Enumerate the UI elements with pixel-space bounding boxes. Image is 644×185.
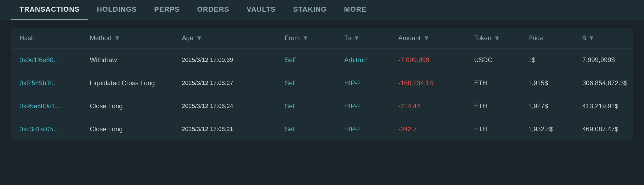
cell-to[interactable]: HIP-2 [344, 125, 398, 133]
cell-amount: -160,234.18 [398, 79, 474, 87]
tab-perps[interactable]: PERPS [146, 0, 189, 20]
age-filter-icon[interactable] [197, 36, 202, 40]
to-filter-icon[interactable] [354, 36, 359, 40]
method-filter-icon[interactable] [115, 36, 120, 40]
cell-to[interactable]: Arbitrum [344, 56, 398, 64]
cell-age: 2025/3/12 17:08:21 [182, 126, 285, 133]
cell-method: Liquidated Cross Long [90, 79, 182, 87]
col-from[interactable]: From [285, 34, 344, 42]
table-header: Hash Method Age From [11, 28, 633, 49]
col-method[interactable]: Method [90, 34, 182, 42]
col-price: Price [528, 34, 582, 42]
cell-usd: 7,999,999$ [582, 56, 633, 64]
app-container: TRANSACTIONS HOLDINGS PERPS ORDERS VAULT… [0, 0, 644, 185]
table-row: 0xc3d1af05... Close Long 2025/3/12 17:08… [11, 118, 633, 141]
cell-method: Close Long [90, 125, 182, 133]
cell-to[interactable]: HIP-2 [344, 102, 398, 110]
cell-amount: -7,999,999 [398, 56, 474, 64]
cell-token: ETH [474, 79, 528, 87]
col-amount[interactable]: Amount [398, 34, 474, 42]
tab-more[interactable]: MORE [336, 0, 375, 20]
cell-hash[interactable]: 0x0e1f6e80... [19, 56, 90, 64]
cell-method: Close Long [90, 102, 182, 110]
cell-amount: -242.7 [398, 125, 474, 133]
col-age[interactable]: Age [182, 34, 285, 42]
cell-age: 2025/3/12 17:08:27 [182, 79, 285, 87]
nav-tabs: TRANSACTIONS HOLDINGS PERPS ORDERS VAULT… [0, 0, 644, 20]
from-filter-icon[interactable] [303, 36, 308, 40]
col-token[interactable]: Token [474, 34, 528, 42]
cell-from[interactable]: Self [285, 79, 344, 87]
cell-hash[interactable]: 0xf2549bf8... [19, 79, 90, 87]
amount-filter-icon[interactable] [424, 36, 429, 40]
tab-orders[interactable]: ORDERS [188, 0, 238, 20]
cell-from[interactable]: Self [285, 56, 344, 64]
usd-filter-icon[interactable] [589, 36, 594, 40]
cell-age: 2025/3/12 17:09:39 [182, 56, 285, 63]
cell-price: 1$ [528, 56, 582, 64]
tab-vaults[interactable]: VAULTS [238, 0, 284, 20]
cell-to[interactable]: HIP-2 [344, 79, 398, 87]
cell-price: 1,932.8$ [528, 125, 582, 133]
table-row: 0xf2549bf8... Liquidated Cross Long 2025… [11, 72, 633, 95]
cell-usd: 469,087.47$ [582, 125, 633, 133]
cell-amount: -214.44 [398, 102, 474, 110]
cell-token: ETH [474, 102, 528, 110]
cell-from[interactable]: Self [285, 102, 344, 110]
table-row: 0x95e680c1... Close Long 2025/3/12 17:08… [11, 95, 633, 118]
col-hash: Hash [19, 34, 90, 42]
cell-price: 1,927$ [528, 102, 582, 110]
col-usd[interactable]: $ [582, 34, 633, 42]
cell-token: USDC [474, 56, 528, 64]
transactions-table: Hash Method Age From [11, 28, 633, 141]
tab-staking[interactable]: STAKING [284, 0, 335, 20]
tab-holdings[interactable]: HOLDINGS [88, 0, 146, 20]
table-row: 0x0e1f6e80... Withdraw 2025/3/12 17:09:3… [11, 49, 633, 72]
cell-hash[interactable]: 0x95e680c1... [19, 102, 90, 110]
cell-usd: 306,854,872.3$ [582, 79, 633, 87]
col-to[interactable]: To [344, 34, 398, 42]
cell-price: 1,915$ [528, 79, 582, 87]
cell-hash[interactable]: 0xc3d1af05... [19, 125, 90, 133]
token-filter-icon[interactable] [495, 36, 500, 40]
main-content: Hash Method Age From [0, 20, 644, 149]
cell-method: Withdraw [90, 56, 182, 64]
cell-usd: 413,219.91$ [582, 102, 633, 110]
cell-age: 2025/3/12 17:08:24 [182, 103, 285, 110]
cell-token: ETH [474, 125, 528, 133]
tab-transactions[interactable]: TRANSACTIONS [11, 0, 88, 20]
cell-from[interactable]: Self [285, 125, 344, 133]
